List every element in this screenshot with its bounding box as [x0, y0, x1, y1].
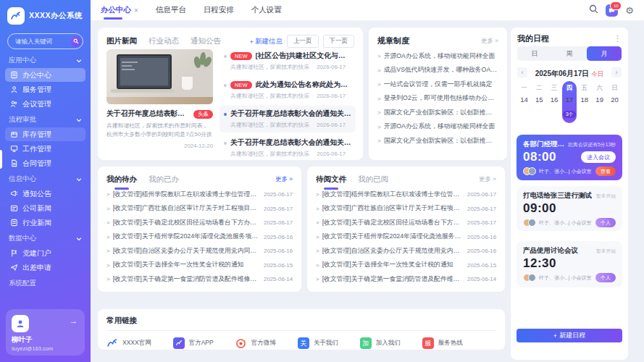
arrow-icon: > [106, 191, 110, 198]
rule-item[interactable]: >国家文化产业创新实验区：以创新推动产业发展 [377, 137, 498, 146]
search-icon[interactable] [70, 36, 81, 47]
rule-item[interactable]: >开源OA办公系统，移动端功能同样全面 [377, 52, 498, 61]
search-icon[interactable] [589, 4, 598, 17]
meeting-card[interactable]: 产品使用讨论会议 暂未开始 12:30 叶子、张小...| 小会议室 个人 [517, 241, 622, 287]
rule-item[interactable]: >开源OA办公系统，移动端功能同样全面 [377, 122, 498, 131]
chevron-right-icon[interactable]: › [611, 67, 622, 77]
tab-picture-news[interactable]: 图片新闻 [106, 36, 137, 46]
todo-item[interactable]: >[收文管理]自治区党委办公厅关于规范使用党内同志称谓的通知2025-06-16 [106, 247, 293, 256]
avatar [12, 315, 29, 332]
tab-industry-trends[interactable]: 行业动态 [149, 36, 179, 46]
todo-item[interactable]: >[收文管理]关于选择全年一次性奖金计税的通知2025-06-15 [106, 261, 293, 269]
prev-page-button[interactable]: 上一页 [287, 35, 319, 48]
day-cell[interactable]: 14 [517, 96, 532, 104]
tab-my-done[interactable]: 我的已办 [149, 174, 179, 185]
rule-item[interactable]: >登录到O2云，即可使用包括移动办公在内的所有功能! [377, 94, 498, 103]
link-service-hotline[interactable]: 服 服务热线 [422, 337, 463, 349]
sidebar-search[interactable] [7, 33, 83, 49]
rule-item[interactable]: >国家文化产业创新实验区：以创新推动产业发展 [377, 109, 498, 117]
meeting-tag[interactable]: 个人 [595, 218, 616, 227]
sidebar-item-notices[interactable]: 通知公告 [5, 187, 85, 201]
sidebar-item-inventory-mgmt[interactable]: 库存管理 [5, 127, 85, 141]
sidebar-item-contract-mgmt[interactable]: 合同管理 [5, 156, 85, 170]
sidebar-group-apps[interactable]: 应用中心 [0, 52, 91, 67]
sidebar-item-business-trip[interactable]: 出差申请 [5, 261, 85, 274]
day-cell[interactable]: 19 [592, 96, 607, 104]
topbar: 办公中心 × 信息平台 日程安排 个人设置 10 ⚙ [91, 0, 644, 21]
rules-more-link[interactable]: 更多 » [481, 37, 498, 46]
file-item[interactable]: >[收文管理]关于确定第一食堂消防管道及配件维修项目评委，...2025-06-… [316, 275, 496, 284]
sidebar-item-industry-news[interactable]: 行业新闻 [5, 216, 85, 230]
sidebar-group-data[interactable]: 数据中心 [0, 230, 91, 245]
view-week[interactable]: 周 [552, 46, 587, 61]
file-item[interactable]: >[收文管理]梧州学院教职工在职攻读博士学位管理办法(修订)2025-06-17 [316, 190, 496, 199]
featured-news-card[interactable]: 关于召开年度总结表彰大会的通知 头条 共建和谐社区，探索技术的作息时间表，杭州市… [106, 49, 213, 149]
news-item[interactable]: NEW [社区公告]共建社区文化与生态，一起奔 共建和谐社区，探索技术的快乐 2… [219, 48, 356, 75]
meeting-card[interactable]: 打电话给张三进行测试 暂未开始 09:00 叶子、张小...| 小会议室 个人 [517, 186, 622, 231]
file-item[interactable]: >[收文管理]关于确定北校区田径运动场看台下方办公室改造工...2025-06-… [316, 219, 496, 227]
tab-office-center[interactable]: 办公中心 × [101, 0, 138, 20]
file-item[interactable]: >[收文管理]广西壮族自治区审计厅关于对工程项目地质勘察实...2025-06-… [316, 204, 496, 213]
tab-schedule[interactable]: 日程安排 [204, 0, 234, 20]
sidebar-item-company-news[interactable]: 公司新闻 [5, 201, 85, 215]
todo-more-link[interactable]: 更多 » [275, 175, 293, 184]
todo-item[interactable]: >[收文管理]梧州学院教职工在职攻读博士学位管理办法(修订)2025-06-17 [106, 190, 293, 199]
link-official-weibo[interactable]: 官方微博 [235, 337, 276, 349]
join-meeting-button[interactable]: 进入会议 [581, 151, 616, 163]
sidebar-item-party-portal[interactable]: 党建门户 [5, 246, 85, 260]
tab-files-to-read[interactable]: 待阅文件 [316, 174, 346, 185]
view-month[interactable]: 月 [587, 46, 622, 61]
tab-info-platform[interactable]: 信息平台 [156, 0, 186, 20]
news-item[interactable]: 关于召开年度总结表彰大会的通知关于召开年度总结 共建和谐社区，探索技术的快乐 2… [219, 106, 356, 132]
link-about-us[interactable]: 关 关于我们 [298, 337, 338, 349]
tab-notice-announcements[interactable]: 通知公告 [191, 36, 221, 46]
gear-icon[interactable]: ⚙ [625, 6, 634, 15]
meeting-tag[interactable]: 查看 [595, 167, 616, 176]
arrow-right-icon[interactable]: → [70, 316, 78, 325]
file-item[interactable]: >[收文管理]自治区党委办公厅关于规范使用党内同志称谓的通知2025-06-16 [316, 247, 496, 256]
rule-item[interactable]: >成品VS低代码快速开发，哪种政务OA系统更好呢？ [377, 66, 498, 75]
todo-item[interactable]: >[收文管理]关于确定第一食堂消防管道及配件维修项目评委，...2025-06-… [106, 275, 293, 284]
message-icon[interactable]: 10 [606, 4, 618, 17]
chevron-left-icon[interactable]: ‹ [517, 67, 527, 77]
tab-personal-settings[interactable]: 个人设置 [251, 0, 282, 20]
sidebar-scroll-indicator[interactable] [0, 150, 2, 169]
file-item[interactable]: >[收文管理]关于梧州学院2024年清理化粪池服务项目评审小组...2025-0… [316, 232, 496, 241]
todo-item[interactable]: >[收文管理]广西壮族自治区审计厅关于对工程项目地质勘察实...2025-06-… [106, 204, 293, 213]
news-item[interactable]: 关于召开年度总结表彰大会的通知关于召开年度总 共建和谐社区，探索技术的快乐 20… [219, 135, 356, 161]
create-info-button[interactable]: + 新建信息 [249, 37, 283, 46]
sidebar-group-settings[interactable]: 系统配置 [0, 275, 91, 290]
sidebar-group-info[interactable]: 信息中心 [0, 171, 91, 186]
close-icon[interactable]: × [134, 7, 138, 14]
meeting-tag[interactable]: 个人 [595, 273, 616, 282]
day-cell[interactable]: 18 [577, 96, 592, 104]
sidebar-group-approvals[interactable]: 流程审批 [0, 111, 91, 127]
day-cell[interactable]: 15 [532, 96, 547, 104]
link-join-us[interactable]: 加 加入我们 [360, 337, 401, 349]
tab-my-todo[interactable]: 我的待办 [106, 174, 137, 185]
sidebar-search-input[interactable] [14, 37, 70, 46]
link-official-site[interactable]: XXXX官网 [106, 338, 151, 348]
files-more-link[interactable]: 更多 » [479, 175, 496, 184]
meeting-card[interactable]: 各部门经理小会议 距离会议还有5分13秒 08:00 进入会议 叶子、张小...… [517, 135, 622, 180]
new-schedule-button[interactable]: + 新建日程 [517, 329, 622, 342]
link-official-app[interactable]: 官方APP [173, 337, 214, 349]
kebab-menu-icon[interactable]: ⋮ [614, 34, 622, 43]
rule-item[interactable]: >一站式会议管理，仅需一部手机就搞定 [377, 80, 498, 89]
next-page-button[interactable]: 下一页 [323, 35, 355, 48]
sidebar-item-meeting-mgmt[interactable]: 会议管理 [5, 97, 85, 111]
user-card[interactable]: → 柳叶子 liuyezi@163.com [6, 309, 85, 355]
view-day[interactable]: 日 [517, 46, 552, 61]
todo-item[interactable]: >[收文管理]关于确定北校区田径运动场看台下方办公室改造工...2025-06-… [106, 219, 293, 227]
sidebar-item-service-mgmt[interactable]: 服务管理 [5, 83, 85, 96]
file-item[interactable]: >[收文管理]关于选择全年一次性奖金计税的通知2025-06-15 [316, 261, 496, 269]
day-cell-selected[interactable]: 17 [562, 96, 577, 104]
tab-files-read[interactable]: 我的已阅 [358, 174, 388, 185]
day-cell[interactable]: 20 [607, 96, 622, 104]
day-cell[interactable]: 16 [547, 96, 562, 104]
todo-panel: 我的待办 我的已办 更多 » >[收文管理]梧州学院教职工在职攻读博士学位管理办… [98, 167, 301, 292]
sidebar-item-work-mgmt[interactable]: 工作管理 [5, 142, 85, 156]
todo-item[interactable]: >[收文管理]关于梧州学院2024年清理化粪池服务项目评审小组...2025-0… [106, 232, 293, 241]
sidebar-item-office-center[interactable]: 办公中心 [5, 68, 85, 82]
news-item[interactable]: NEW 此处为通知公告名称此处为通知公告名称 共建和谐社区，探索技术的快乐 20… [219, 77, 356, 104]
